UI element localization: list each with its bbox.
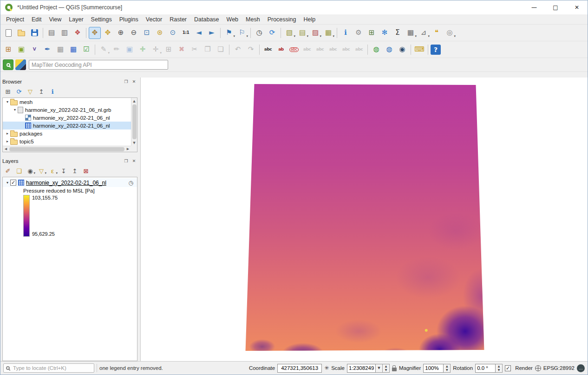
- maximize-button[interactable]: □: [545, 0, 566, 14]
- new-spatialite-button[interactable]: ✒: [41, 44, 53, 56]
- layer-visibility-checkbox[interactable]: ✓: [10, 180, 16, 186]
- collapse-all-layers-button[interactable]: ↥: [70, 166, 80, 176]
- zoom-native-button[interactable]: 1:1: [180, 27, 192, 39]
- browser-item-mesh[interactable]: ▾ mesh: [3, 98, 131, 106]
- open-project-button[interactable]: [15, 27, 27, 39]
- render-checkbox[interactable]: ✓: [505, 365, 511, 371]
- layout-manager-button[interactable]: ▥: [59, 27, 71, 39]
- expand-all-button[interactable]: ↧: [59, 166, 69, 176]
- menu-item-edit[interactable]: Edit: [28, 15, 46, 24]
- label-anchor-button[interactable]: ab: [275, 44, 287, 56]
- minimize-button[interactable]: —: [523, 0, 545, 14]
- rotate-label-button[interactable]: abc: [340, 44, 352, 56]
- rotation-spinner[interactable]: ▲▼: [496, 364, 503, 373]
- scroll-left-icon[interactable]: ◀: [3, 146, 9, 152]
- search-catalog-button[interactable]: ◉: [396, 44, 408, 56]
- new-shapefile-button[interactable]: V: [28, 44, 40, 56]
- scale-lock-icon[interactable]: [392, 368, 397, 371]
- manage-map-themes-button[interactable]: ◉▾: [25, 166, 35, 176]
- zoom-in-button[interactable]: ⊕: [115, 27, 127, 39]
- float-panel-icon[interactable]: ❐: [123, 158, 130, 164]
- expand-arrow-icon[interactable]: ▸: [5, 139, 10, 143]
- add-selected-layers-button[interactable]: ⊞: [3, 86, 13, 97]
- crs-icon[interactable]: [535, 365, 541, 371]
- refresh-browser-button[interactable]: ⟳: [14, 86, 24, 97]
- identify-features-button[interactable]: ℹ: [340, 27, 352, 39]
- collapse-all-button[interactable]: ↥: [36, 86, 46, 97]
- epsg-code[interactable]: EPSG:28992: [543, 365, 575, 371]
- temporal-indicator-icon[interactable]: ◷: [129, 180, 133, 186]
- browser-item-grb-file[interactable]: ▾ harmonie_xy_2022-02-21_06_nl.grb: [3, 106, 131, 114]
- menu-item-plugins[interactable]: Plugins: [116, 15, 142, 24]
- filter-legend-button[interactable]: ▽▾: [36, 166, 46, 176]
- layer-labeling-button[interactable]: abc: [262, 44, 274, 56]
- browser-horizontal-scrollbar[interactable]: ◀ ▶: [3, 146, 131, 152]
- pan-map-button[interactable]: ✥: [89, 27, 101, 39]
- menu-item-mesh[interactable]: Mesh: [242, 15, 264, 24]
- magnifier-input[interactable]: [423, 364, 444, 373]
- modify-attributes-button[interactable]: ⊞: [163, 44, 175, 56]
- scroll-right-icon[interactable]: ▶: [125, 146, 131, 152]
- new-bookmark-button[interactable]: ⚑▾: [223, 27, 235, 39]
- menu-item-database[interactable]: Database: [190, 15, 223, 24]
- menu-item-processing[interactable]: Processing: [264, 15, 300, 24]
- data-source-manager-button[interactable]: ⊞: [2, 44, 14, 56]
- browser-item-raster-layer[interactable]: harmonie_xy_2022-02-21_06_nl: [3, 114, 131, 122]
- browser-item-topic5[interactable]: ▸ topic5: [3, 137, 131, 145]
- pan-to-selection-button[interactable]: ✥: [102, 27, 114, 39]
- highlight-labels-button[interactable]: abc: [288, 44, 300, 56]
- new-mesh-layer-button[interactable]: ▦: [67, 44, 79, 56]
- select-features-button[interactable]: ▧▾: [283, 27, 295, 39]
- close-panel-icon[interactable]: ✕: [131, 78, 137, 84]
- search-button[interactable]: ◎▾: [444, 27, 456, 39]
- measure-button[interactable]: ⊿▾: [418, 27, 430, 39]
- coordinate-input[interactable]: [277, 364, 322, 373]
- add-group-button[interactable]: ❑: [14, 166, 24, 176]
- expand-arrow-icon[interactable]: ▾: [5, 100, 10, 104]
- expand-arrow-icon[interactable]: ▸: [5, 131, 10, 136]
- layer-name[interactable]: harmonie_xy_2022-02-21_06_nl: [26, 180, 106, 186]
- scroll-thumb[interactable]: [132, 104, 137, 139]
- deselect-features-button[interactable]: ▨▾: [309, 27, 321, 39]
- geocoder-search-button[interactable]: [3, 59, 13, 70]
- scale-input[interactable]: [347, 364, 376, 373]
- menu-item-layer[interactable]: Layer: [65, 15, 87, 24]
- menu-item-vector[interactable]: Vector: [142, 15, 166, 24]
- pin-labels-button[interactable]: abc: [301, 44, 313, 56]
- run-feature-action-button[interactable]: ⚙: [353, 27, 365, 39]
- change-label-button[interactable]: abc: [353, 44, 365, 56]
- rotation-spinbox[interactable]: ▲▼: [475, 364, 503, 373]
- temporal-controller-button[interactable]: ◷: [253, 27, 265, 39]
- metasearch-button[interactable]: ◍: [383, 44, 395, 56]
- zoom-to-layer-button[interactable]: ⊙: [167, 27, 179, 39]
- maptiler-icon[interactable]: [15, 59, 26, 70]
- menu-item-project[interactable]: Project: [2, 15, 28, 24]
- remove-layer-button[interactable]: ⊠: [81, 166, 91, 176]
- rotation-input[interactable]: [475, 364, 496, 373]
- quickmapservices-button[interactable]: ◍: [370, 44, 382, 56]
- scroll-down-icon[interactable]: ▼: [131, 140, 137, 146]
- filter-browser-button[interactable]: ▽: [25, 86, 35, 97]
- zoom-out-button[interactable]: ⊖: [128, 27, 140, 39]
- save-project-button[interactable]: [28, 27, 40, 39]
- magnifier-spinner[interactable]: ▲▼: [444, 364, 451, 373]
- select-by-form-button[interactable]: ▤▾: [296, 27, 308, 39]
- processing-toolbox-button[interactable]: ✻: [379, 27, 391, 39]
- browser-vertical-scrollbar[interactable]: ▲ ▼: [131, 98, 137, 146]
- redo-button[interactable]: ↷: [245, 44, 257, 56]
- new-project-button[interactable]: [2, 27, 14, 39]
- zoom-last-button[interactable]: ◄: [193, 27, 205, 39]
- cut-features-button[interactable]: ✂: [189, 44, 201, 56]
- undo-button[interactable]: ↶: [232, 44, 244, 56]
- browser-item-packages[interactable]: ▸ packages: [3, 129, 131, 137]
- messages-icon[interactable]: …: [577, 364, 585, 372]
- locate-box[interactable]: [3, 363, 94, 373]
- layer-styling-button[interactable]: ✐: [3, 166, 13, 176]
- scale-combo[interactable]: ▼ ▲▼: [347, 364, 390, 373]
- current-edits-button[interactable]: ✎▾: [98, 44, 110, 56]
- menu-item-view[interactable]: View: [45, 15, 65, 24]
- close-button[interactable]: ✕: [566, 0, 588, 14]
- invert-selection-button[interactable]: ▦▾: [322, 27, 334, 39]
- zoom-next-button[interactable]: ►: [206, 27, 218, 39]
- zoom-full-button[interactable]: ⊡: [141, 27, 153, 39]
